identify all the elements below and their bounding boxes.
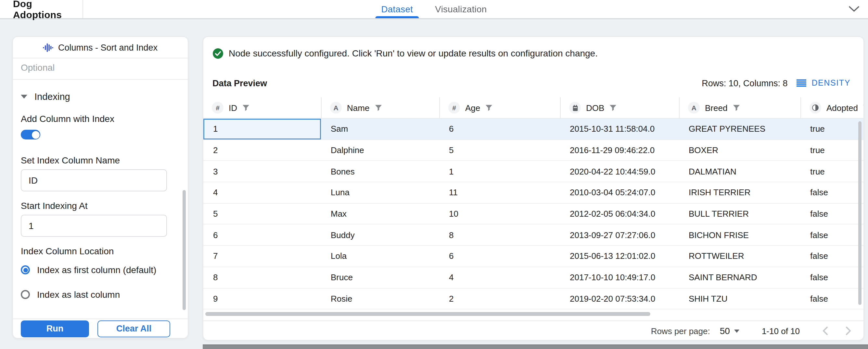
table-cell[interactable]: 2015-10-31 11:58:04.0 bbox=[560, 119, 679, 139]
table-cell[interactable]: GREAT PYRENEES bbox=[679, 119, 800, 139]
table-cell[interactable]: 1 bbox=[204, 119, 321, 139]
table-row[interactable]: 9Rosie22019-02-20 07:53:34.0SHIH TZUfals… bbox=[204, 288, 864, 309]
table-cell[interactable]: 6 bbox=[439, 119, 560, 139]
column-header-id[interactable]: #ID bbox=[204, 97, 321, 118]
indexing-section-header[interactable]: Indexing bbox=[13, 92, 188, 102]
table-cell[interactable]: true bbox=[800, 140, 864, 160]
column-header-age[interactable]: #Age bbox=[439, 97, 560, 118]
table-cell[interactable]: Lola bbox=[321, 246, 439, 266]
run-button[interactable]: Run bbox=[21, 320, 89, 337]
column-header-adopted[interactable]: Adopted bbox=[800, 97, 864, 118]
vertical-scrollbar-thumb[interactable] bbox=[858, 121, 862, 305]
table-cell[interactable]: 6 bbox=[439, 246, 560, 266]
table-cell[interactable]: SAINT BERNARD bbox=[679, 267, 800, 288]
table-cell[interactable]: 1 bbox=[439, 161, 560, 182]
table-cell[interactable]: IRISH TERRIER bbox=[679, 182, 800, 203]
table-cell[interactable]: SHIH TZU bbox=[679, 288, 800, 309]
table-cell[interactable]: 3 bbox=[204, 161, 321, 182]
table-cell[interactable]: 8 bbox=[204, 267, 321, 288]
table-row[interactable]: 4Luna112010-03-04 05:24:07.0IRISH TERRIE… bbox=[204, 182, 864, 203]
table-cell[interactable]: 2015-06-13 12:01:02.0 bbox=[560, 246, 679, 266]
tab-visualization[interactable]: Visualization bbox=[434, 0, 488, 18]
radio-selected-icon[interactable] bbox=[21, 265, 30, 274]
table-cell[interactable]: 8 bbox=[439, 225, 560, 245]
table-cell[interactable]: false bbox=[800, 288, 864, 309]
table-cell[interactable]: Luna bbox=[321, 182, 439, 203]
rows-per-page-value: 50 bbox=[720, 326, 730, 336]
radio-index-last-column[interactable]: Index as last column bbox=[13, 289, 188, 300]
optional-label: Optional bbox=[13, 58, 188, 80]
filter-icon[interactable] bbox=[242, 104, 249, 111]
column-header-dob[interactable]: DOB bbox=[560, 97, 679, 118]
table-row[interactable]: 6Buddy82013-09-27 07:27:06.0BICHON FRISE… bbox=[204, 225, 864, 246]
table-cell[interactable]: Sam bbox=[321, 119, 439, 139]
collapse-triangle-icon[interactable] bbox=[21, 95, 27, 99]
table-row[interactable]: 7Lola62015-06-13 12:01:02.0ROTTWEILERfal… bbox=[204, 246, 864, 267]
table-cell[interactable]: 4 bbox=[439, 267, 560, 288]
table-cell[interactable]: 7 bbox=[204, 246, 321, 266]
table-cell[interactable]: BULL TERRIER bbox=[679, 204, 800, 224]
table-cell[interactable]: 2 bbox=[439, 288, 560, 309]
table-cell[interactable]: 11 bbox=[439, 182, 560, 203]
radio-index-first-column[interactable]: Index as first column (default) bbox=[13, 265, 188, 275]
table-cell[interactable]: false bbox=[800, 204, 864, 224]
table-cell[interactable]: DALMATIAN bbox=[679, 161, 800, 182]
table-cell[interactable]: 6 bbox=[204, 225, 321, 245]
table-cell[interactable]: 2013-09-27 07:27:06.0 bbox=[560, 225, 679, 245]
table-cell[interactable]: 2010-03-04 05:24:07.0 bbox=[560, 182, 679, 203]
radio-unselected-icon[interactable] bbox=[21, 290, 30, 299]
rows-per-page-select[interactable]: 50 bbox=[720, 326, 740, 336]
density-button[interactable]: DENSITY bbox=[797, 78, 850, 88]
column-header-name[interactable]: AName bbox=[321, 97, 439, 118]
column-header-breed[interactable]: ABreed bbox=[679, 97, 800, 118]
table-row[interactable]: 2Dalphine52016-11-29 09:46:22.0BOXERtrue bbox=[204, 140, 864, 161]
table-cell[interactable]: 2019-02-20 07:53:34.0 bbox=[560, 288, 679, 309]
radio-first-label: Index as first column (default) bbox=[37, 265, 156, 275]
chevron-down-icon[interactable] bbox=[848, 6, 860, 12]
table-cell[interactable]: false bbox=[800, 225, 864, 245]
table-cell[interactable]: 10 bbox=[439, 204, 560, 224]
table-cell[interactable]: 9 bbox=[204, 288, 321, 309]
table-cell[interactable]: 2012-02-05 06:04:34.0 bbox=[560, 204, 679, 224]
table-cell[interactable]: BOXER bbox=[679, 140, 800, 160]
table-cell[interactable]: Bones bbox=[321, 161, 439, 182]
filter-icon[interactable] bbox=[863, 104, 864, 111]
horizontal-scrollbar-thumb[interactable] bbox=[205, 312, 650, 316]
table-cell[interactable]: Rosie bbox=[321, 288, 439, 309]
table-cell[interactable]: false bbox=[800, 182, 864, 203]
index-column-name-input[interactable] bbox=[21, 169, 167, 191]
filter-icon[interactable] bbox=[485, 104, 493, 111]
table-cell[interactable]: BICHON FRISE bbox=[679, 225, 800, 245]
add-column-label: Add Column with Index bbox=[13, 113, 188, 124]
table-cell[interactable]: Bruce bbox=[321, 267, 439, 288]
table-cell[interactable]: Dalphine bbox=[321, 140, 439, 160]
filter-icon[interactable] bbox=[610, 104, 617, 111]
table-row[interactable]: 5Max102012-02-05 06:04:34.0BULL TERRIERf… bbox=[204, 204, 864, 225]
tab-dataset[interactable]: Dataset bbox=[380, 0, 414, 18]
table-cell[interactable]: 2016-11-29 09:46:22.0 bbox=[560, 140, 679, 160]
table-cell[interactable]: ROTTWEILER bbox=[679, 246, 800, 266]
previous-page-button[interactable] bbox=[822, 326, 828, 336]
table-cell[interactable]: 2020-04-22 10:44:59.0 bbox=[560, 161, 679, 182]
panel-scrollbar[interactable] bbox=[183, 190, 186, 310]
clear-all-button[interactable]: Clear All bbox=[97, 320, 170, 337]
table-cell[interactable]: 5 bbox=[439, 140, 560, 160]
next-page-button[interactable] bbox=[845, 326, 852, 336]
filter-icon[interactable] bbox=[375, 104, 382, 111]
table-cell[interactable]: 2 bbox=[204, 140, 321, 160]
table-row[interactable]: 1Sam62015-10-31 11:58:04.0GREAT PYRENEES… bbox=[204, 119, 864, 140]
table-cell[interactable]: 2017-10-10 10:49:17.0 bbox=[560, 267, 679, 288]
table-row[interactable]: 8Bruce42017-10-10 10:49:17.0SAINT BERNAR… bbox=[204, 267, 864, 288]
table-cell[interactable]: false bbox=[800, 267, 864, 288]
table-cell[interactable]: true bbox=[800, 119, 864, 139]
table-cell[interactable]: 5 bbox=[204, 204, 321, 224]
add-column-toggle[interactable] bbox=[21, 130, 40, 139]
table-cell[interactable]: false bbox=[800, 246, 864, 266]
table-cell[interactable]: Max bbox=[321, 204, 439, 224]
table-cell[interactable]: 4 bbox=[204, 182, 321, 203]
filter-icon[interactable] bbox=[733, 104, 740, 111]
start-indexing-input[interactable] bbox=[21, 215, 167, 237]
table-cell[interactable]: true bbox=[800, 161, 864, 182]
table-cell[interactable]: Buddy bbox=[321, 225, 439, 245]
table-row[interactable]: 3Bones12020-04-22 10:44:59.0DALMATIANtru… bbox=[204, 161, 864, 182]
